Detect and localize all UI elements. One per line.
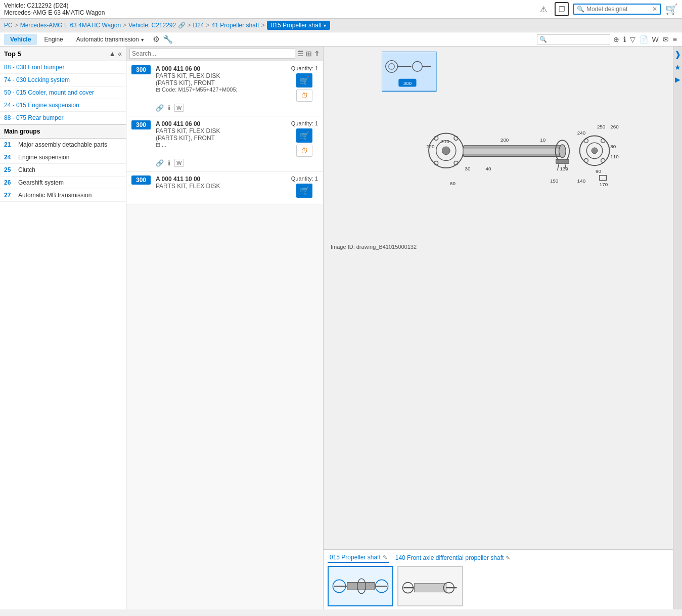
part-header-1: 300 A 000 411 06 00 PARTS KIT, FLEX DISK… [131, 65, 318, 102]
breadcrumb-pc[interactable]: PC [4, 22, 13, 29]
svg-text:10: 10 [540, 137, 545, 143]
breadcrumb-model[interactable]: Mercedes-AMG E 63 4MATIC Wagon [20, 22, 121, 29]
part-footer-2: 🔗 ℹ W [131, 159, 318, 167]
thumb-tabs-header: 015 Propeller shaft ✎ 140 Front axle dif… [328, 553, 678, 563]
add-to-cart-3[interactable]: 🛒 [296, 184, 312, 198]
top5-item-3[interactable]: 50 - 015 Cooler, mount and cover [0, 86, 126, 99]
thumb-svg-015 [329, 567, 392, 605]
svg-text:250: 250 [597, 124, 605, 129]
svg-text:90: 90 [595, 168, 601, 174]
tab-engine[interactable]: Engine [38, 34, 69, 45]
center-panel: ☰ ⊞ ⇑ 300 A 000 411 06 00 PARTS KIT, FLE… [126, 47, 324, 609]
top5-item-1[interactable]: 88 - 030 Front bumper [0, 61, 126, 74]
list-view-icon[interactable]: ☰ [297, 50, 304, 58]
diagram-svg: 300 220 210 200 [382, 52, 619, 240]
thumb-tab-140-label: 140 Front axle differential propeller sh… [395, 554, 504, 561]
time-btn-2[interactable]: ⏱ [296, 145, 312, 157]
alert-icon-btn[interactable]: ⚠ [536, 2, 551, 16]
edge-btn-1[interactable]: ❱ [673, 49, 682, 60]
svg-text:60: 60 [450, 181, 456, 186]
part-wis-1[interactable]: W [174, 104, 184, 112]
part-info-1-btn[interactable]: ℹ [168, 104, 170, 112]
thumb-edit-icon-140[interactable]: ✎ [506, 555, 510, 561]
part-header-2: 300 A 000 411 06 00 PARTS KIT, FLEX DISK… [131, 120, 318, 157]
mg-label-26: Gearshift system [18, 179, 64, 186]
document-icon[interactable]: 📄 [639, 34, 649, 45]
tab-wrench-icon[interactable]: 🔧 [162, 33, 174, 45]
vehicle-label: Vehicle: C212292 (D24) [4, 2, 105, 9]
mg-item-24[interactable]: 24 Engine suspension [0, 151, 126, 164]
top5-controls: ▲ « [109, 50, 122, 58]
filter-icon[interactable]: ▽ [629, 34, 636, 45]
part-item-2[interactable]: 300 A 000 411 06 00 PARTS KIT, FLEX DISK… [126, 116, 323, 171]
mg-label-24: Engine suspension [18, 154, 69, 161]
copy-icon-btn[interactable]: ❐ [555, 2, 569, 16]
wis-icon[interactable]: W [651, 34, 660, 45]
part-name-3: PARTS KIT, FLEX DISK [156, 183, 286, 190]
header-left: Vehicle: C212292 (D24) Mercedes-AMG E 63… [4, 2, 105, 16]
mg-item-25[interactable]: 25 Clutch [0, 164, 126, 177]
mg-num-21: 21 [4, 141, 18, 148]
part-item-1[interactable]: 300 A 000 411 06 00 PARTS KIT, FLEX DISK… [126, 61, 323, 116]
thumb-img-015[interactable] [328, 566, 393, 606]
thumb-img-140[interactable] [397, 566, 463, 606]
cart-button[interactable]: 🛒 [665, 3, 678, 15]
edge-btn-arrow[interactable]: ▶ [674, 74, 681, 84]
part-item-3[interactable]: 300 A 000 411 10 00 PARTS KIT, FLEX DISK… [126, 171, 323, 204]
menu-icon[interactable]: ≡ [672, 34, 678, 45]
svg-rect-17 [463, 148, 562, 154]
svg-text:210: 210 [441, 139, 449, 144]
svg-text:200: 200 [501, 137, 509, 143]
mail-icon[interactable]: ✉ [662, 34, 670, 45]
part-link-2[interactable]: 🔗 [156, 159, 164, 167]
center-search-input[interactable] [129, 49, 295, 59]
qty-1: Quantity: 1 [291, 65, 318, 71]
breadcrumb: PC > Mercedes-AMG E 63 4MATIC Wagon > Ve… [0, 19, 682, 32]
svg-text:300: 300 [403, 80, 412, 86]
mg-label-25: Clutch [18, 166, 35, 173]
thumb-tab-015[interactable]: 015 Propeller shaft ✎ [328, 553, 389, 563]
thumb-tab-140[interactable]: 140 Front axle differential propeller sh… [393, 553, 513, 563]
toolbar-right: 🔍 ⊕ ℹ ▽ 📄 W ✉ ≡ [537, 34, 678, 45]
grid-view-icon[interactable]: ⊞ [306, 50, 312, 58]
svg-point-34 [584, 158, 588, 162]
svg-point-33 [601, 139, 605, 143]
thumb-edit-icon-015[interactable]: ✎ [383, 554, 387, 561]
svg-text:110: 110 [610, 154, 619, 159]
part-sub-2: (PARTS KIT), FRONT [156, 135, 286, 142]
info-icon[interactable]: ℹ [622, 34, 627, 45]
add-to-cart-2[interactable]: 🛒 [296, 128, 312, 143]
clear-search-icon[interactable]: ✕ [652, 6, 657, 13]
top5-header: Top 5 ▲ « [0, 47, 126, 61]
top5-item-4[interactable]: 24 - 015 Engine suspension [0, 99, 126, 112]
edge-btn-star[interactable]: ★ [673, 62, 682, 72]
model-search-input[interactable] [586, 6, 652, 13]
part-wis-2[interactable]: W [174, 159, 184, 167]
top5-item-5[interactable]: 88 - 075 Rear bumper [0, 112, 126, 124]
zoom-in-icon[interactable]: ⊕ [612, 34, 620, 45]
time-btn-1[interactable]: ⏱ [296, 90, 312, 102]
breadcrumb-vehicle[interactable]: Vehicle: C212292 🔗 [128, 22, 185, 29]
part-info-2-btn[interactable]: ℹ [168, 159, 170, 167]
breadcrumb-propeller[interactable]: 41 Propeller shaft [212, 22, 259, 29]
tab-settings-icon[interactable]: ⚙ [152, 33, 161, 45]
mg-item-27[interactable]: 27 Automatic MB transmission [0, 189, 126, 202]
model-search-bar: 🔍 ✕ [573, 4, 661, 15]
diagram-area: 300 220 210 200 [324, 47, 682, 549]
tab-automatic-transmission[interactable]: Automatic transmission [70, 34, 151, 45]
center-export-icon[interactable]: ⇑ [314, 50, 320, 58]
add-to-cart-1[interactable]: 🛒 [296, 73, 312, 87]
mg-item-21[interactable]: 21 Major assembly detachable parts [0, 139, 126, 151]
breadcrumb-d24[interactable]: D24 [193, 22, 204, 29]
top5-item-2[interactable]: 74 - 030 Locking system [0, 74, 126, 86]
part-name-2: PARTS KIT, FLEX DISK [156, 127, 286, 135]
breadcrumb-current[interactable]: 015 Propeller shaft ▾ [267, 21, 331, 30]
tab-vehicle[interactable]: Vehicle [4, 34, 37, 45]
top5-collapse-btn[interactable]: ▲ [109, 50, 116, 58]
top5-double-arrow-btn[interactable]: « [118, 50, 122, 58]
svg-text:80: 80 [610, 144, 616, 149]
mg-item-26[interactable]: 26 Gearshift system [0, 177, 126, 189]
part-num-3: 300 [131, 175, 151, 185]
part-link-1[interactable]: 🔗 [156, 104, 164, 112]
toolbar-search-input[interactable] [547, 36, 608, 43]
